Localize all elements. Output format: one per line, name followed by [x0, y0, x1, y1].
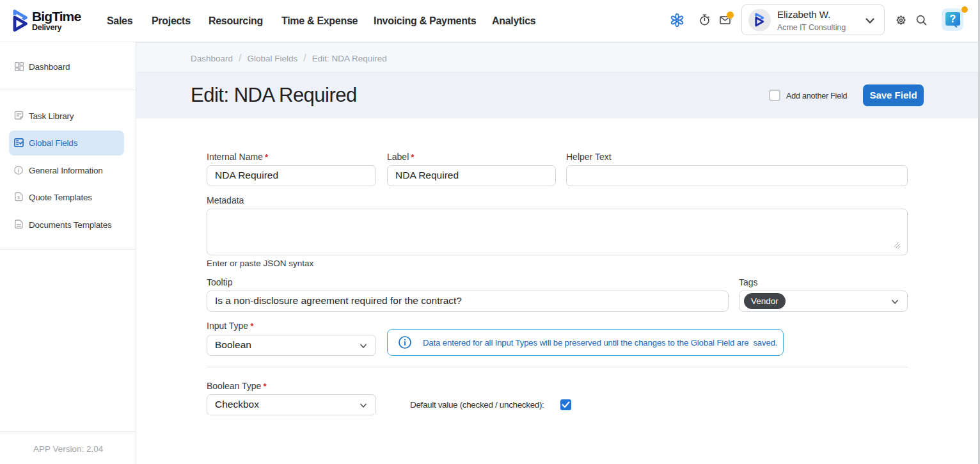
svg-text:$: $ — [17, 195, 20, 200]
svg-text:?: ? — [950, 13, 956, 24]
